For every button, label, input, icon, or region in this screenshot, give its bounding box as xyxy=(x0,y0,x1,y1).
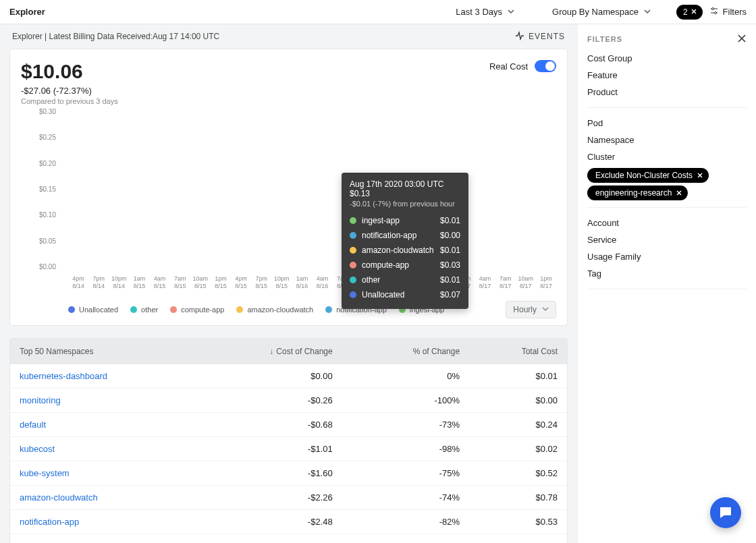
cost-chart[interactable]: $0.00$0.05$0.10$0.15$0.20$0.25$0.30 4pm8… xyxy=(21,119,556,294)
real-cost-toggle[interactable] xyxy=(535,60,556,72)
table-row: notification-app-$2.48-82%$0.53 xyxy=(10,510,567,534)
filters-label: Filters xyxy=(723,7,747,17)
namespace-link[interactable]: kube-system xyxy=(20,468,235,478)
namespace-link[interactable]: amazon-cloudwatch xyxy=(20,492,235,503)
col-pct-of-change[interactable]: % of Change xyxy=(333,347,460,356)
col-total-cost[interactable]: Total Cost xyxy=(460,347,558,356)
svg-point-0 xyxy=(711,8,713,10)
filter-item[interactable]: Usage Family xyxy=(587,248,747,265)
table-title: Top 50 Namespaces xyxy=(20,347,235,356)
chevron-down-icon xyxy=(508,7,514,17)
chevron-down-icon xyxy=(644,7,651,17)
cost-card: Real Cost $10.06 -$27.06 (-72.37%) Compa… xyxy=(9,49,568,326)
legend-item[interactable]: amazon-cloudwatch xyxy=(236,306,313,314)
x-axis-labels: 4pm8/147pm8/1410pm8/141am8/154am8/157am8… xyxy=(68,275,556,294)
filter-chip[interactable]: engineering-research xyxy=(587,185,688,200)
table-row: Unallocated-$2.72-33%$5.39 xyxy=(10,534,567,543)
chart-tooltip: Aug 17th 2020 03:00 UTC $0.13 -$0.01 (-7… xyxy=(342,173,468,309)
events-button[interactable]: EVENTS xyxy=(515,31,565,42)
sort-down-icon: ↓ xyxy=(269,347,273,356)
pulse-icon xyxy=(515,31,524,42)
filters-panel: FILTERS Cost GroupFeatureProduct PodName… xyxy=(577,24,756,543)
legend-item[interactable]: compute-app xyxy=(170,306,224,314)
filter-item[interactable]: Feature xyxy=(587,67,747,84)
table-row: monitoring-$0.26-100%$0.00 xyxy=(10,389,567,413)
real-cost-label: Real Cost xyxy=(489,61,528,72)
group-by-select[interactable]: Group By Namespace xyxy=(547,4,656,20)
namespace-link[interactable]: notification-app xyxy=(20,517,235,527)
billing-timestamp: Aug 17 14:00 UTC xyxy=(153,32,219,41)
chevron-down-icon xyxy=(542,305,549,314)
filter-item[interactable]: Tag xyxy=(587,265,747,282)
table-row: default-$0.68-73%$0.24 xyxy=(10,413,567,437)
namespace-link[interactable]: monitoring xyxy=(20,395,235,405)
namespaces-table: Top 50 Namespaces ↓ Cost of Change % of … xyxy=(9,338,568,543)
tooltip-total: $0.13 xyxy=(350,189,460,198)
filters-button[interactable]: Filters xyxy=(709,6,747,18)
legend-item[interactable]: Unallocated xyxy=(68,306,118,314)
table-row: kubernetes-dashboard$0.000%$0.01 xyxy=(10,364,567,389)
filter-item[interactable]: Product xyxy=(587,84,747,101)
chat-button[interactable] xyxy=(710,497,741,528)
chart-legend: Unallocatedothercompute-appamazon-cloudw… xyxy=(21,301,556,318)
filter-count: 2 xyxy=(683,7,688,17)
events-label: EVENTS xyxy=(529,32,565,41)
total-cost: $10.06 xyxy=(21,60,556,83)
filter-chip[interactable]: Exclude Non-Cluster Costs xyxy=(587,168,709,183)
namespace-link[interactable]: kubecost xyxy=(20,444,235,454)
close-icon xyxy=(691,7,697,17)
cost-delta-sub: Compared to previous 3 days xyxy=(21,97,556,105)
filter-item[interactable]: Cluster xyxy=(587,148,747,165)
table-row: amazon-cloudwatch-$2.26-74%$0.78 xyxy=(10,486,567,510)
filter-item[interactable]: Namespace xyxy=(587,132,747,148)
table-row: kubecost-$1.01-98%$0.02 xyxy=(10,437,567,461)
filter-item[interactable]: Service xyxy=(587,231,747,248)
tooltip-delta: -$0.01 (-7%) from previous hour xyxy=(350,200,460,208)
group-by-value: Group By Namespace xyxy=(552,7,639,17)
active-filter-count-pill[interactable]: 2 xyxy=(676,5,703,20)
time-range-select[interactable]: Last 3 Days xyxy=(450,4,520,20)
granularity-value: Hourly xyxy=(513,305,537,314)
namespace-link[interactable]: default xyxy=(20,420,235,430)
filter-item[interactable]: Pod xyxy=(587,115,747,132)
filter-item[interactable]: Account xyxy=(587,215,747,231)
time-range-value: Last 3 Days xyxy=(456,7,502,17)
filter-item[interactable]: Cost Group xyxy=(587,50,747,67)
close-filters-button[interactable] xyxy=(737,34,747,45)
y-axis-labels: $0.00$0.05$0.10$0.15$0.20$0.25$0.30 xyxy=(21,119,61,274)
page-title: Explorer xyxy=(9,7,45,17)
sliders-icon xyxy=(709,6,719,18)
breadcrumb: Explorer | Latest Billing Data Received: xyxy=(12,32,153,41)
col-cost-of-change[interactable]: ↓ Cost of Change xyxy=(235,347,333,356)
granularity-select[interactable]: Hourly xyxy=(506,301,556,318)
tooltip-time: Aug 17th 2020 03:00 UTC xyxy=(350,179,460,189)
legend-item[interactable]: other xyxy=(130,306,158,314)
namespace-link[interactable]: kubernetes-dashboard xyxy=(20,371,235,381)
svg-point-1 xyxy=(714,12,716,14)
table-row: kube-system-$1.60-75%$0.52 xyxy=(10,461,567,486)
filters-heading: FILTERS xyxy=(587,35,747,43)
cost-delta: -$27.06 (-72.37%) xyxy=(21,86,556,96)
